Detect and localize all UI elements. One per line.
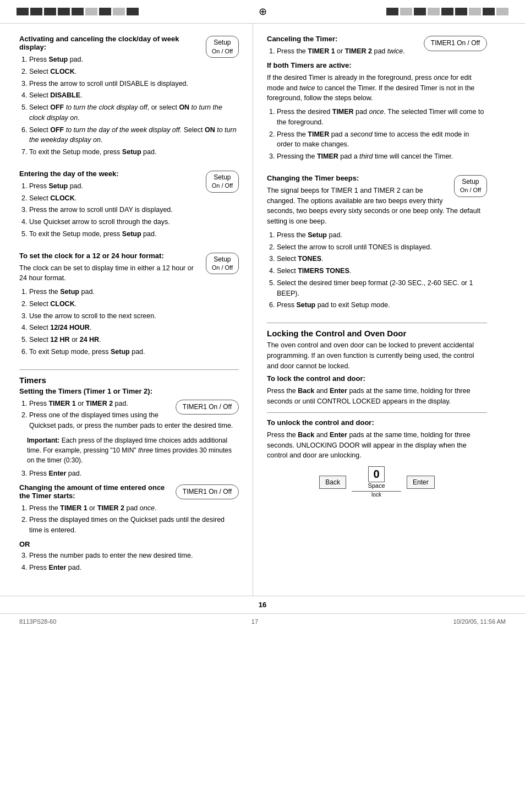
list-item: Press the desired TIMER pad once. The se…: [277, 107, 487, 128]
bar-seg: [428, 8, 440, 15]
section-change-timer: TIMER1 On / Off Changing the amount of t…: [19, 483, 239, 577]
bar-seg: [400, 8, 412, 15]
list-item: Select TIMERS TONES.: [277, 266, 487, 276]
timers-subheading: Setting the Timers (Timer 1 or Timer 2):: [19, 387, 239, 395]
setup-beeps-top: Setup: [460, 178, 481, 187]
list-item: Select CLOCK.: [29, 193, 239, 204]
setup-badge-1: Setup On / Off: [206, 36, 239, 58]
both-timers-steps: Press the desired TIMER pad once. The se…: [267, 107, 487, 162]
both-timers-heading: If both Timers are active:: [267, 61, 487, 69]
section-locking: Locking the Control and Oven Door The ov…: [267, 329, 487, 498]
section3-steps: Press the Setup pad. Select CLOCK. Use t…: [19, 287, 239, 357]
list-item: Press the arrow to scroll until DAY is d…: [29, 205, 239, 215]
list-item: Press the TIMER pad a second time to acc…: [277, 129, 487, 150]
list-item: Press the number pads to enter the new d…: [29, 551, 239, 561]
list-item: Select 12 HR or 24 HR.: [29, 335, 239, 345]
list-item: Select CLOCK.: [29, 67, 239, 77]
top-bar-left: [17, 8, 139, 15]
section-timer-beeps: Setup On / Off Changing the Timer beeps:…: [267, 174, 487, 315]
lock-text-label: lock: [371, 492, 381, 498]
top-bar: ⊕: [0, 0, 525, 24]
section-day-of-week: Setup On / Off Entering the day of the w…: [19, 170, 239, 244]
divider-lock: [267, 323, 487, 323]
list-item: Press Enter pad.: [29, 563, 239, 573]
bar-seg: [85, 8, 97, 15]
list-item: Select the arrow to scroll until TONES i…: [277, 242, 487, 253]
list-item: Press Setup pad.: [29, 55, 239, 65]
setup-badge-3-bot: On / Off: [212, 264, 233, 271]
list-item: To exit Setup mode, press Setup pad.: [29, 347, 239, 357]
page-wrapper: ⊕ Setup On / Off Activating and cancelin: [0, 0, 525, 812]
list-item: Press the arrow to scroll until DISABLE …: [29, 79, 239, 89]
bar-seg: [30, 8, 42, 15]
bar-seg: [17, 8, 29, 15]
lock-space-label: Space: [368, 482, 385, 489]
bar-seg: [113, 8, 125, 15]
bar-seg: [469, 8, 481, 15]
divider: [19, 369, 239, 370]
timer1-badge-2-bot: On / Off: [209, 488, 232, 495]
section-timers: Timers Setting the Timers (Timer 1 or Ti…: [19, 375, 239, 577]
list-item: Select DISABLE.: [29, 90, 239, 101]
unlock-subheading: To unlock the control and door:: [267, 418, 487, 427]
list-item: Select OFF to turn the day of the week d…: [29, 125, 239, 146]
top-bar-right: [386, 8, 508, 15]
timer1-badge-cancel: TIMER1 On / Off: [424, 36, 487, 51]
list-item: To exit the Setup mode, press Setup pad.: [29, 229, 239, 239]
footer-left: 8113PS28-60: [19, 618, 56, 625]
setup-badge-3-top: Setup: [212, 255, 233, 264]
section-cancel-timer: TIMER1 On / Off Canceling the Timer: Pre…: [267, 35, 487, 166]
important-note: Important: Each press of the displayed t…: [19, 435, 239, 465]
setup-badge-top: Setup: [212, 39, 233, 47]
setup-beeps-bot: On / Off: [460, 186, 481, 194]
lock-intro: The oven control and oven door can be lo…: [267, 340, 487, 371]
list-item: Use the arrow to scroll to the next scre…: [29, 311, 239, 321]
bar-seg: [483, 8, 495, 15]
setup-badge-beeps: Setup On / Off: [454, 175, 487, 197]
timer1-badge-2: TIMER1 On / Off: [176, 484, 239, 500]
bar-seg: [99, 8, 111, 15]
back-button-diagram: Back: [319, 476, 346, 489]
section1-steps: Press Setup pad. Select CLOCK. Press the…: [19, 55, 239, 157]
bar-seg: [455, 8, 467, 15]
list-item: Press Setup pad to exit Setup mode.: [277, 300, 487, 310]
section-activate-clock: Setup On / Off Activating and canceling …: [19, 35, 239, 162]
list-item: Press the TIMER 1 or TIMER 2 pad once.: [29, 503, 239, 514]
timers-heading: Timers: [19, 375, 239, 385]
footer-center: 17: [251, 618, 258, 625]
bar-seg: [496, 8, 508, 15]
list-item: Press the Setup pad.: [29, 287, 239, 297]
footer-right: 10/20/05, 11:56 AM: [453, 618, 506, 625]
lock-zero: 0: [368, 466, 384, 482]
bar-seg: [441, 8, 453, 15]
list-item: Use Quickset arrow to scroll through the…: [29, 217, 239, 227]
footer: 8113PS28-60 17 10/20/05, 11:56 AM: [0, 613, 525, 629]
unlock-text: Press the Back and Enter pads at the sam…: [267, 430, 487, 461]
timer1-cancel-top: TIMER1: [431, 39, 455, 47]
timer-steps-2: Press Enter pad.: [19, 468, 239, 479]
compass-icon: ⊕: [259, 6, 267, 17]
setup-badge-2-top: Setup: [212, 173, 233, 182]
timer-setting-steps: TIMER1 On / Off Press TIMER 1 or TIMER 2…: [19, 399, 239, 435]
both-timers-intro: If the desired Timer is already in the f…: [267, 73, 487, 103]
enter-button-diagram: Enter: [407, 476, 435, 489]
bar-seg: [386, 8, 398, 15]
list-item: Select CLOCK.: [29, 299, 239, 309]
timer1-badge-2-top: TIMER1: [183, 488, 207, 495]
bar-seg: [58, 8, 70, 15]
lock-text: Press the Back and Enter pads at the sam…: [267, 386, 487, 407]
left-column: Setup On / Off Activating and canceling …: [0, 24, 253, 596]
setup-badge-bot: On / Off: [212, 47, 233, 55]
section2-steps: Press Setup pad. Select CLOCK. Press the…: [19, 181, 239, 239]
section-clock-format: Setup On / Off To set the clock for a 12…: [19, 252, 239, 362]
lock-subheading: To lock the control and door:: [267, 374, 487, 383]
list-item: Press Enter pad.: [29, 468, 239, 479]
change-timer-steps: Press the TIMER 1 or TIMER 2 pad once. P…: [19, 503, 239, 536]
timer1-badge-bot: On / Off: [209, 403, 232, 411]
page-number: 16: [0, 596, 525, 613]
or-label: OR: [19, 540, 239, 548]
beeps-steps: Press the Setup pad. Select the arrow to…: [267, 230, 487, 310]
bar-seg: [44, 8, 56, 15]
list-item: Press the displayed times on the Quickse…: [29, 515, 239, 536]
lock-diagram: Back 0 Space lock Enter: [267, 466, 487, 498]
